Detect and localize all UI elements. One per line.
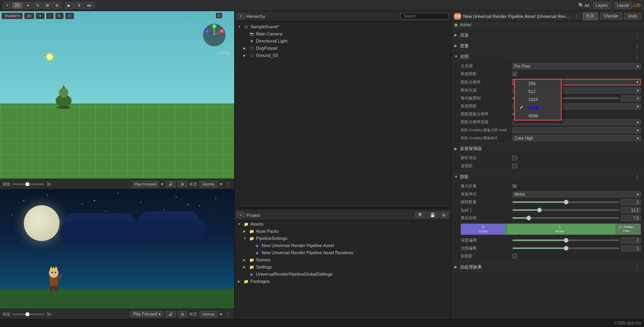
hierarchy-search[interactable] — [401, 13, 448, 19]
probe-blending-checkbox[interactable] — [512, 156, 517, 160]
notif-count: ⚠20 — [632, 3, 640, 8]
layer-btn[interactable]: Layers — [593, 2, 611, 9]
split1-slider[interactable] — [512, 209, 619, 211]
working-unit-dropdown[interactable]: Metric ▾ — [512, 191, 641, 197]
project-item-urp-global[interactable]: ◈ UniversalRenderPipelineGlobalSettings — [240, 271, 451, 278]
project-settings-btn[interactable]: ⚙ — [439, 212, 448, 218]
scene-shading-btn[interactable]: Shaded ▾ — [2, 13, 23, 19]
project-item-urp-asset[interactable]: ◈ New Universal Render Pipeline Asset — [246, 242, 451, 249]
scene-2d-btn[interactable]: 2D — [24, 13, 35, 19]
dropdown-item-256[interactable]: 256 — [515, 80, 561, 88]
cookie-res-dropdown[interactable]: ▾ — [512, 127, 641, 133]
prop-cascade-count: 级联数量 2 — [451, 198, 644, 206]
scene-options-btn[interactable]: ⋮ — [225, 181, 232, 187]
game-zoom-slider[interactable] — [13, 313, 45, 315]
hierarchy-item-main-camera[interactable]: 📷 Main Camera — [240, 30, 451, 37]
asse-packs-arrow: ▶ — [243, 230, 247, 233]
cookie-format-dropdown[interactable]: Color High ▾ — [512, 135, 641, 141]
lighting-header[interactable]: ▼ 光照 ⋮ — [451, 52, 644, 61]
hierarchy-item-sample-scene[interactable]: ▼ ⊡ SampleScene* — [235, 23, 451, 30]
split1-value[interactable]: 12.5 — [621, 207, 641, 213]
game-stats-btn[interactable]: ⊞ — [178, 311, 187, 317]
hierarchy-area: ▼ ⊡ SampleScene* 📷 Main Camera ☀ Directi… — [235, 21, 451, 208]
main-light-dropdown[interactable]: Per Pixel ▾ — [512, 63, 641, 69]
last-border-slider[interactable] — [512, 217, 619, 219]
project-header: + Project 🔍 💾 ⚙ — [235, 210, 451, 220]
play-btn[interactable]: ▶ — [65, 2, 74, 9]
cascade-handle-2[interactable] — [614, 224, 615, 235]
soft-shadow-label: 软阴影 — [461, 253, 512, 259]
hierarchy-item-ground[interactable]: ▶ ⬡ Ground_03 — [240, 52, 451, 59]
scene-corner-toggle[interactable]: ⊡ — [216, 13, 222, 18]
toolbar-grid-btn[interactable]: ⊞ — [43, 2, 52, 9]
checkin-btn[interactable]: Checkin — [600, 13, 622, 19]
dropdown-item-1024[interactable]: 1024 — [515, 95, 561, 103]
reflection-header[interactable]: ▶ 反射探测器 — [451, 144, 644, 153]
zoom-slider[interactable] — [13, 183, 45, 185]
cascade-handle-1[interactable] — [506, 224, 507, 235]
scene-audio-toggle[interactable]: 🔊 — [166, 181, 176, 187]
hierarchy-add-btn[interactable]: + — [237, 13, 245, 19]
toolbar-rotate-btn[interactable]: ↻ — [33, 2, 42, 9]
game-options-btn[interactable]: ⋮ — [225, 311, 232, 317]
dropdown-item-512[interactable]: 512 — [515, 88, 561, 95]
depth-bias-value[interactable]: 1 — [621, 237, 641, 243]
toolbar-light-btn[interactable]: ☀ — [23, 2, 33, 9]
normal-bias-value[interactable]: 1 — [621, 245, 641, 251]
cascade-count-slider[interactable] — [512, 201, 619, 203]
shadows-header[interactable]: ▼ 阴影 ⋮ — [451, 172, 644, 181]
post-process-header[interactable]: ▶ 后处理效果 ⋮ — [451, 262, 644, 272]
hierarchy-item-dog[interactable]: ▶ ⬡ DogPolyart — [240, 45, 451, 52]
project-save-btn[interactable]: 💾 — [427, 212, 438, 218]
dropdown-item-4096[interactable]: 4096 — [515, 112, 561, 120]
project-item-urp-renderer[interactable]: ◈ New Universal Render Pipeline Asset Re… — [246, 249, 451, 256]
cascade-count-value[interactable]: 2 — [621, 199, 641, 205]
undo-btn[interactable]: Undo — [624, 13, 641, 19]
pause-btn[interactable]: ⏸ — [74, 2, 84, 9]
project-item-settings[interactable]: ▶ 📁 Settings — [240, 263, 451, 271]
play-mode-dropdown[interactable]: Play Focused ▾ — [130, 311, 164, 317]
step-btn[interactable]: ⏭ — [85, 2, 94, 9]
game-gizmos-btn[interactable]: Gizmos — [200, 311, 217, 317]
scene-play-focused-btn[interactable]: Play Focused — [132, 181, 159, 187]
project-item-scenes[interactable]: ▶ 📁 Scenes — [240, 256, 451, 263]
hierarchy-item-dir-light[interactable]: ☀ Directional Light — [240, 37, 451, 45]
open-btn[interactable]: 打开 — [583, 12, 598, 20]
toolbar-gizmo-btn[interactable]: ⊕ — [52, 2, 61, 9]
project-item-packages[interactable]: ▶ 📁 Packages — [235, 278, 451, 285]
game-state-label: 状态 — [189, 311, 197, 317]
gizmos-btn[interactable]: Gizmos — [200, 181, 217, 187]
quality-header[interactable]: ▶ 质量 ⋮ — [451, 41, 644, 51]
prop-split1: Split 1 12.5 — [451, 206, 644, 214]
soft-shadow-checkbox[interactable] — [512, 254, 517, 259]
project-item-pipeline-settings[interactable]: ▼ 📁 PipelineSettings — [240, 235, 451, 242]
post-process-menu[interactable]: ⋮ — [634, 264, 641, 270]
project-search-btn[interactable]: 🔍 — [415, 212, 426, 218]
svg-point-14 — [56, 106, 71, 109]
last-border-value[interactable]: 7.5 — [621, 215, 641, 221]
scene-skybox-btn[interactable]: ⊡ — [65, 13, 74, 19]
toolbar-add-btn[interactable]: + — [3, 2, 11, 9]
project-add-btn[interactable]: + — [237, 212, 245, 218]
shadows-menu[interactable]: ⋮ — [634, 173, 641, 180]
per-object-value[interactable]: 4 — [621, 95, 641, 101]
game-audio-btn[interactable]: 🔊 — [166, 311, 176, 317]
toolbar-2d-btn[interactable]: 2D — [12, 2, 23, 9]
scene-fx-btn[interactable]: fx — [55, 13, 64, 19]
lighting-menu[interactable]: ⋮ — [634, 53, 641, 60]
rendering-menu[interactable]: ⋮ — [634, 32, 641, 38]
layout-btn[interactable]: Layout — [614, 2, 632, 9]
scene-audio-btn[interactable]: ♪ — [46, 13, 54, 19]
project-item-asse-packs[interactable]: ▶ 📁 Asse Packs — [240, 228, 451, 235]
scene-lights-btn[interactable]: ☀ — [36, 13, 45, 19]
depth-bias-slider[interactable] — [512, 239, 619, 241]
rendering-header[interactable]: ▶ 渲染 ⋮ — [451, 30, 644, 40]
cast-shadow-checkbox[interactable]: ✓ — [512, 72, 517, 76]
quality-menu[interactable]: ⋮ — [634, 43, 641, 49]
normal-bias-slider[interactable] — [512, 247, 619, 249]
project-item-assets[interactable]: ▼ 📁 Assets — [235, 220, 451, 228]
inspector-menu-btn[interactable]: ⋮ — [573, 13, 580, 19]
scene-stats-btn[interactable]: ⊞ — [178, 181, 187, 187]
box-projection-checkbox[interactable] — [512, 164, 517, 168]
dropdown-item-2048[interactable]: ✓ 2048 — [515, 103, 561, 112]
